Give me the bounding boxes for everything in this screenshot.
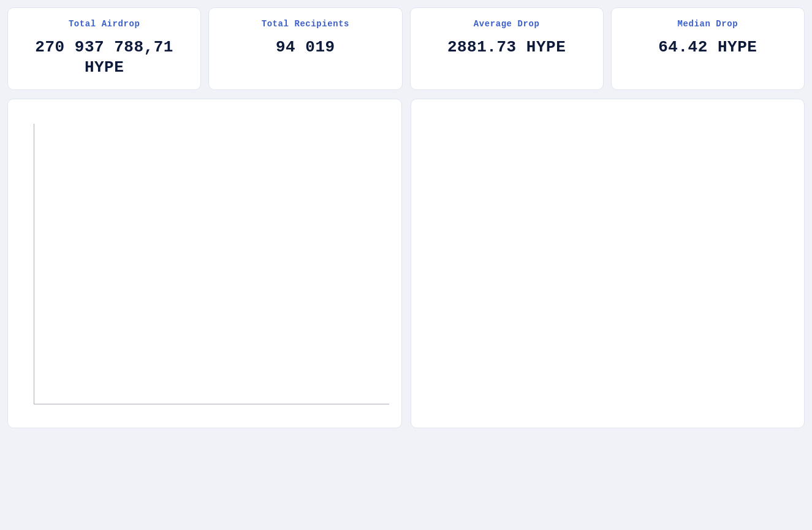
stat-card-3: Median Drop64.42 HYPE (611, 7, 805, 90)
stat-value-2: 2881.73 HYPE (423, 37, 591, 58)
pie-area (423, 124, 792, 135)
bar-chart-inner (34, 124, 389, 418)
stat-label-0: Total Airdrop (20, 19, 188, 29)
bar-chart-area (20, 124, 389, 418)
stat-value-0: 270 937 788,71 HYPE (20, 37, 188, 77)
stat-label-1: Total Recipients (221, 19, 389, 29)
stat-label-2: Average Drop (423, 19, 591, 29)
stat-label-3: Median Drop (624, 19, 792, 29)
stat-card-1: Total Recipients94 019 (208, 7, 402, 90)
charts-row (7, 99, 805, 428)
y-axis-label-wrap (20, 124, 34, 418)
stat-card-0: Total Airdrop270 937 788,71 HYPE (7, 7, 201, 90)
bar-chart-card (7, 99, 402, 428)
stat-card-2: Average Drop2881.73 HYPE (410, 7, 604, 90)
stat-value-3: 64.42 HYPE (624, 37, 792, 58)
pie-chart-card (411, 99, 805, 428)
stats-row: Total Airdrop270 937 788,71 HYPETotal Re… (7, 7, 805, 90)
stat-value-1: 94 019 (221, 37, 389, 58)
bar-chart-plot (34, 124, 389, 404)
